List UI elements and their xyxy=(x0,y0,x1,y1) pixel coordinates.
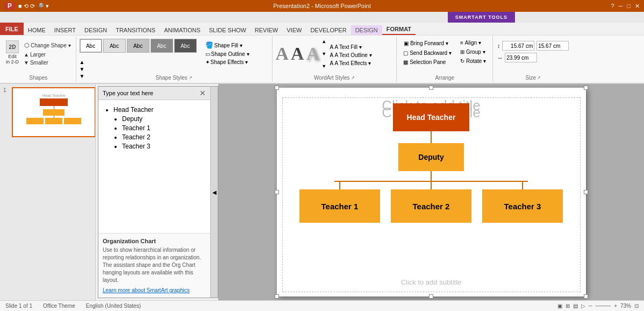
slide-count: Slide 1 of 1 xyxy=(5,303,32,309)
tab-format[interactable]: FORMAT xyxy=(382,24,416,35)
teacher3-node[interactable]: Teacher 3 xyxy=(482,189,563,223)
window-controls[interactable]: ? ─ □ ✕ xyxy=(611,3,640,10)
close-button[interactable]: ✕ xyxy=(635,3,640,10)
height-input[interactable] xyxy=(502,41,534,51)
slide-canvas[interactable]: Click to add title Click to add title He… xyxy=(277,88,586,296)
shape-style-1[interactable]: Abc xyxy=(80,39,102,53)
shape-outline-button[interactable]: ▭ Shape Outline ▾ xyxy=(204,51,269,58)
slide-thumbnail[interactable]: Head Teacher xyxy=(12,87,96,137)
wordart-style-plain[interactable]: A xyxy=(276,44,289,64)
teacher2-node[interactable]: Teacher 2 xyxy=(391,189,471,223)
bring-forward-button[interactable]: ▣ Bring Forward ▾ xyxy=(401,39,454,48)
handle-ml[interactable] xyxy=(275,190,279,194)
ribbon-tabs: FILE HOME INSERT DESIGN TRANSITIONS ANIM… xyxy=(0,23,644,36)
group-button[interactable]: ⊞ Group ▾ xyxy=(458,48,488,56)
fit-btn[interactable]: ⊡ xyxy=(634,303,639,309)
shape-fill-button[interactable]: 🪣 Shape Fill ▾ xyxy=(204,41,269,50)
selection-pane-button[interactable]: ▦ Selection Pane xyxy=(401,58,454,66)
maximize-button[interactable]: □ xyxy=(627,3,631,10)
handle-mr[interactable] xyxy=(584,190,588,194)
larger-button[interactable]: ▲ Larger xyxy=(23,51,73,58)
shape-effects-button[interactable]: ✦ Shape Effects ▾ xyxy=(204,59,269,66)
footer-link[interactable]: Learn more about SmartArt graphics xyxy=(103,287,190,293)
item-head-teacher[interactable]: Head Teacher Deputy Teacher 1 Teacher 2 … xyxy=(113,106,204,150)
wordart-style-gradient[interactable]: A xyxy=(291,44,304,64)
normal-view-btn[interactable]: ▣ xyxy=(557,303,562,309)
handle-br[interactable] xyxy=(584,294,588,299)
item-deputy[interactable]: Deputy xyxy=(122,115,204,123)
wordart-expand-btn[interactable]: ↗ xyxy=(351,75,355,80)
tab-developer[interactable]: DEVELOPER xyxy=(306,25,350,35)
item-teacher2[interactable]: Teacher 2 xyxy=(122,133,204,141)
theme-name: Office Theme xyxy=(43,303,75,309)
shape-style-3[interactable]: Abc xyxy=(127,39,149,53)
shape-style-4[interactable]: Abc xyxy=(151,39,173,53)
slideshow-btn[interactable]: ▷ xyxy=(581,303,585,309)
tab-slideshow[interactable]: SLIDE SHOW xyxy=(205,25,251,35)
rotate-button[interactable]: ↻ Rotate ▾ xyxy=(458,57,488,65)
edit-in-2d-button[interactable]: 2D Editin 2-D xyxy=(4,39,20,66)
handle-tm[interactable] xyxy=(429,86,433,90)
shape-styles-expand[interactable]: ↗ xyxy=(189,75,192,80)
smartart-container[interactable]: Click to add title Head Teacher Deputy xyxy=(282,97,581,292)
tab-transitions[interactable]: TRANSITIONS xyxy=(111,25,160,35)
item-teacher1[interactable]: Teacher 1 xyxy=(122,124,204,132)
text-effects-button[interactable]: A A Text Effects ▾ xyxy=(328,60,393,67)
file-tab[interactable]: FILE xyxy=(0,23,24,35)
text-pane-close-button[interactable]: ✕ xyxy=(199,89,206,97)
tab-design[interactable]: DESIGN xyxy=(80,25,111,35)
width-input[interactable] xyxy=(505,53,537,62)
align-button[interactable]: ≡ Align ▾ xyxy=(458,39,488,47)
handle-bm[interactable] xyxy=(429,294,433,299)
shape-styles-label: Shape Styles ↗ xyxy=(76,75,272,81)
zoom-out-btn[interactable]: ─ xyxy=(589,303,592,309)
tab-review[interactable]: REVIEW xyxy=(251,25,282,35)
text-fill-button[interactable]: A A Text Fill ▾ xyxy=(328,44,393,51)
teacher2-branch: Teacher 2 xyxy=(391,182,471,223)
handle-bl[interactable] xyxy=(275,294,279,299)
tab-view[interactable]: VIEW xyxy=(282,25,306,35)
tab-animations[interactable]: ANIMATIONS xyxy=(160,25,205,35)
reading-view-btn[interactable]: ▤ xyxy=(573,303,578,309)
zoom-slider[interactable]: ──── xyxy=(596,303,611,309)
wordart-expand[interactable]: ▼ xyxy=(321,63,326,69)
text-outline-button[interactable]: A A Text Outline ▾ xyxy=(328,52,393,59)
text-pane-toggle[interactable]: ◀ xyxy=(210,87,218,298)
teachers-row: Teacher 1 Teacher 2 Teacher 3 xyxy=(299,182,563,223)
handle-tl[interactable] xyxy=(275,86,279,90)
smaller-button[interactable]: ▼ Smaller xyxy=(23,59,73,66)
tab-insert[interactable]: INSERT xyxy=(50,25,80,35)
footer-desc: Use to show hierarchical information or … xyxy=(103,246,206,284)
change-shape-button[interactable]: ⬡ Change Shape ▾ xyxy=(23,41,73,50)
view-controls: ▣ ⊞ ▤ ▷ ─ ──── + 73% ⊡ xyxy=(557,303,639,309)
wordart-scroll-down[interactable]: ▼ xyxy=(321,51,326,56)
teacher1-node[interactable]: Teacher 1 xyxy=(299,189,380,223)
arrange-group: ▣ Bring Forward ▾ ▢ Send Backward ▾ ▦ Se… xyxy=(397,37,493,82)
send-backward-button[interactable]: ▢ Send Backward ▾ xyxy=(401,49,454,57)
item-teacher3[interactable]: Teacher 3 xyxy=(122,143,204,150)
deputy-node[interactable]: Deputy xyxy=(398,143,464,171)
zoom-in-btn[interactable]: + xyxy=(614,303,617,309)
connector-v1 xyxy=(431,131,432,143)
size-group-label: Size ↗ xyxy=(493,75,573,81)
shape-style-5[interactable]: Abc xyxy=(174,39,197,53)
help-button[interactable]: ? xyxy=(611,3,614,10)
shape-style-2[interactable]: Abc xyxy=(103,39,126,53)
tab-design-smartart[interactable]: DESIGN xyxy=(351,25,382,35)
teacher1-branch: Teacher 1 xyxy=(299,182,380,223)
handle-tr[interactable] xyxy=(584,86,588,90)
subtitle-placeholder[interactable]: Click to add subtitle xyxy=(294,278,569,286)
connector-v2 xyxy=(431,171,432,181)
height-display[interactable] xyxy=(536,41,569,51)
wordart-style-shadow[interactable]: A xyxy=(306,44,320,64)
minimize-button[interactable]: ─ xyxy=(619,3,623,10)
smartart-tools-tab[interactable]: SMARTART TOOLS xyxy=(448,12,515,23)
size-expand-btn[interactable]: ↗ xyxy=(537,75,541,80)
slide-sorter-btn[interactable]: ⊞ xyxy=(566,303,570,309)
wordart-scroll-up[interactable]: ▲ xyxy=(321,39,326,44)
head-teacher-node[interactable]: Head Teacher xyxy=(393,103,469,131)
zoom-level: 73% xyxy=(620,303,631,309)
ribbon: 2D Editin 2-D ⬡ Change Shape ▾ ▲ Larger … xyxy=(0,36,644,84)
text-pane-content: Head Teacher Deputy Teacher 1 Teacher 2 … xyxy=(98,100,210,233)
tab-home[interactable]: HOME xyxy=(24,25,50,35)
